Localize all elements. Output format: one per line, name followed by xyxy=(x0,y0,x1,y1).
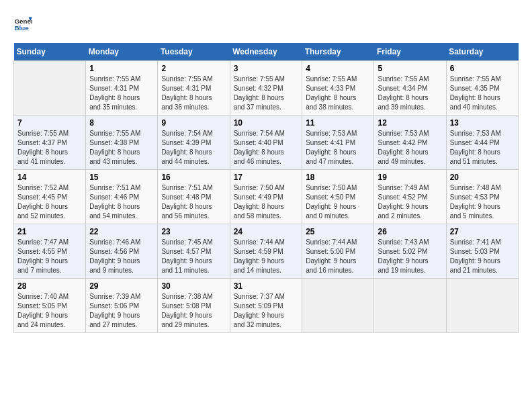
day-info: Sunrise: 7:50 AM Sunset: 4:50 PM Dayligh… xyxy=(306,183,370,221)
day-info: Sunrise: 7:45 AM Sunset: 4:57 PM Dayligh… xyxy=(161,238,226,275)
calendar-cell: 24Sunrise: 7:44 AM Sunset: 4:59 PM Dayli… xyxy=(230,224,302,279)
day-info: Sunrise: 7:40 AM Sunset: 5:05 PM Dayligh… xyxy=(17,292,82,330)
calendar-cell: 14Sunrise: 7:52 AM Sunset: 4:45 PM Dayli… xyxy=(14,170,86,224)
calendar-week-5: 28Sunrise: 7:40 AM Sunset: 5:05 PM Dayli… xyxy=(14,279,519,333)
day-number: 14 xyxy=(17,173,82,182)
calendar-cell: 19Sunrise: 7:49 AM Sunset: 4:52 PM Dayli… xyxy=(374,170,446,224)
day-number: 10 xyxy=(234,118,299,128)
day-number: 3 xyxy=(234,64,299,73)
day-info: Sunrise: 7:55 AM Sunset: 4:33 PM Dayligh… xyxy=(306,75,370,112)
calendar-cell: 4Sunrise: 7:55 AM Sunset: 4:33 PM Daylig… xyxy=(302,61,374,116)
svg-text:Blue: Blue xyxy=(14,24,29,32)
day-number: 18 xyxy=(306,173,370,182)
calendar-cell: 6Sunrise: 7:55 AM Sunset: 4:35 PM Daylig… xyxy=(446,61,518,116)
calendar-cell: 22Sunrise: 7:46 AM Sunset: 4:56 PM Dayli… xyxy=(86,224,158,279)
calendar-cell xyxy=(374,279,446,333)
day-number: 29 xyxy=(89,281,154,291)
day-info: Sunrise: 7:53 AM Sunset: 4:42 PM Dayligh… xyxy=(378,129,442,167)
day-number: 28 xyxy=(17,281,82,291)
day-info: Sunrise: 7:55 AM Sunset: 4:37 PM Dayligh… xyxy=(17,129,82,167)
day-info: Sunrise: 7:55 AM Sunset: 4:31 PM Dayligh… xyxy=(89,75,154,112)
day-number: 27 xyxy=(450,227,515,236)
header-wednesday: Wednesday xyxy=(230,43,302,61)
day-number: 7 xyxy=(17,118,82,128)
calendar-cell: 23Sunrise: 7:45 AM Sunset: 4:57 PM Dayli… xyxy=(158,224,230,279)
day-info: Sunrise: 7:44 AM Sunset: 4:59 PM Dayligh… xyxy=(234,238,299,275)
day-number: 1 xyxy=(89,64,154,73)
day-number: 16 xyxy=(161,173,226,182)
logo: General Blue xyxy=(13,13,32,32)
calendar-cell xyxy=(302,279,374,333)
calendar-cell: 8Sunrise: 7:55 AM Sunset: 4:38 PM Daylig… xyxy=(86,116,158,170)
day-info: Sunrise: 7:37 AM Sunset: 5:09 PM Dayligh… xyxy=(234,292,299,330)
day-info: Sunrise: 7:51 AM Sunset: 4:46 PM Dayligh… xyxy=(89,183,154,221)
day-number: 23 xyxy=(161,227,226,236)
calendar-week-1: 1Sunrise: 7:55 AM Sunset: 4:31 PM Daylig… xyxy=(14,61,519,116)
day-info: Sunrise: 7:55 AM Sunset: 4:31 PM Dayligh… xyxy=(161,75,226,112)
day-number: 31 xyxy=(234,281,299,291)
calendar-cell: 1Sunrise: 7:55 AM Sunset: 4:31 PM Daylig… xyxy=(86,61,158,116)
calendar-cell: 12Sunrise: 7:53 AM Sunset: 4:42 PM Dayli… xyxy=(374,116,446,170)
day-info: Sunrise: 7:50 AM Sunset: 4:49 PM Dayligh… xyxy=(234,183,299,221)
day-number: 12 xyxy=(378,118,442,128)
day-info: Sunrise: 7:46 AM Sunset: 4:56 PM Dayligh… xyxy=(89,238,154,275)
day-number: 15 xyxy=(89,173,154,182)
calendar-cell: 16Sunrise: 7:51 AM Sunset: 4:48 PM Dayli… xyxy=(158,170,230,224)
day-info: Sunrise: 7:55 AM Sunset: 4:35 PM Dayligh… xyxy=(450,75,515,112)
header-friday: Friday xyxy=(374,43,446,61)
calendar-cell: 26Sunrise: 7:43 AM Sunset: 5:02 PM Dayli… xyxy=(374,224,446,279)
calendar-cell: 30Sunrise: 7:38 AM Sunset: 5:08 PM Dayli… xyxy=(158,279,230,333)
day-number: 30 xyxy=(161,281,226,291)
day-number: 24 xyxy=(234,227,299,236)
calendar-cell: 10Sunrise: 7:54 AM Sunset: 4:40 PM Dayli… xyxy=(230,116,302,170)
day-number: 21 xyxy=(17,227,82,236)
day-info: Sunrise: 7:41 AM Sunset: 5:03 PM Dayligh… xyxy=(450,238,515,275)
page-header: General Blue xyxy=(13,13,519,32)
calendar-cell: 2Sunrise: 7:55 AM Sunset: 4:31 PM Daylig… xyxy=(158,61,230,116)
calendar-cell xyxy=(446,279,518,333)
day-info: Sunrise: 7:55 AM Sunset: 4:32 PM Dayligh… xyxy=(234,75,299,112)
day-info: Sunrise: 7:48 AM Sunset: 4:53 PM Dayligh… xyxy=(450,183,515,221)
calendar-cell: 9Sunrise: 7:54 AM Sunset: 4:39 PM Daylig… xyxy=(158,116,230,170)
calendar-table: SundayMondayTuesdayWednesdayThursdayFrid… xyxy=(13,43,519,333)
calendar-cell: 11Sunrise: 7:53 AM Sunset: 4:41 PM Dayli… xyxy=(302,116,374,170)
header-saturday: Saturday xyxy=(446,43,518,61)
header-thursday: Thursday xyxy=(302,43,374,61)
day-info: Sunrise: 7:38 AM Sunset: 5:08 PM Dayligh… xyxy=(161,292,226,330)
day-number: 8 xyxy=(89,118,154,128)
day-number: 9 xyxy=(161,118,226,128)
day-number: 2 xyxy=(161,64,226,73)
header-tuesday: Tuesday xyxy=(158,43,230,61)
day-number: 4 xyxy=(306,64,370,73)
day-info: Sunrise: 7:53 AM Sunset: 4:44 PM Dayligh… xyxy=(450,129,515,167)
day-info: Sunrise: 7:55 AM Sunset: 4:34 PM Dayligh… xyxy=(378,75,442,112)
calendar-cell: 18Sunrise: 7:50 AM Sunset: 4:50 PM Dayli… xyxy=(302,170,374,224)
calendar-cell xyxy=(14,61,86,116)
day-number: 25 xyxy=(306,227,370,236)
header-sunday: Sunday xyxy=(14,43,86,61)
calendar-cell: 5Sunrise: 7:55 AM Sunset: 4:34 PM Daylig… xyxy=(374,61,446,116)
day-info: Sunrise: 7:43 AM Sunset: 5:02 PM Dayligh… xyxy=(378,238,442,275)
day-info: Sunrise: 7:53 AM Sunset: 4:41 PM Dayligh… xyxy=(306,129,370,167)
day-number: 26 xyxy=(378,227,442,236)
day-number: 17 xyxy=(234,173,299,182)
day-number: 6 xyxy=(450,64,515,73)
calendar-header-row: SundayMondayTuesdayWednesdayThursdayFrid… xyxy=(14,43,519,61)
day-info: Sunrise: 7:54 AM Sunset: 4:40 PM Dayligh… xyxy=(234,129,299,167)
calendar-week-4: 21Sunrise: 7:47 AM Sunset: 4:55 PM Dayli… xyxy=(14,224,519,279)
calendar-cell: 29Sunrise: 7:39 AM Sunset: 5:06 PM Dayli… xyxy=(86,279,158,333)
day-info: Sunrise: 7:52 AM Sunset: 4:45 PM Dayligh… xyxy=(17,183,82,221)
calendar-week-2: 7Sunrise: 7:55 AM Sunset: 4:37 PM Daylig… xyxy=(14,116,519,170)
calendar-cell: 21Sunrise: 7:47 AM Sunset: 4:55 PM Dayli… xyxy=(14,224,86,279)
day-info: Sunrise: 7:47 AM Sunset: 4:55 PM Dayligh… xyxy=(17,238,82,275)
calendar-cell: 17Sunrise: 7:50 AM Sunset: 4:49 PM Dayli… xyxy=(230,170,302,224)
day-number: 11 xyxy=(306,118,370,128)
calendar-cell: 27Sunrise: 7:41 AM Sunset: 5:03 PM Dayli… xyxy=(446,224,518,279)
calendar-cell: 25Sunrise: 7:44 AM Sunset: 5:00 PM Dayli… xyxy=(302,224,374,279)
calendar-cell: 3Sunrise: 7:55 AM Sunset: 4:32 PM Daylig… xyxy=(230,61,302,116)
day-number: 20 xyxy=(450,173,515,182)
calendar-cell: 15Sunrise: 7:51 AM Sunset: 4:46 PM Dayli… xyxy=(86,170,158,224)
day-info: Sunrise: 7:55 AM Sunset: 4:38 PM Dayligh… xyxy=(89,129,154,167)
calendar-cell: 20Sunrise: 7:48 AM Sunset: 4:53 PM Dayli… xyxy=(446,170,518,224)
calendar-cell: 28Sunrise: 7:40 AM Sunset: 5:05 PM Dayli… xyxy=(14,279,86,333)
